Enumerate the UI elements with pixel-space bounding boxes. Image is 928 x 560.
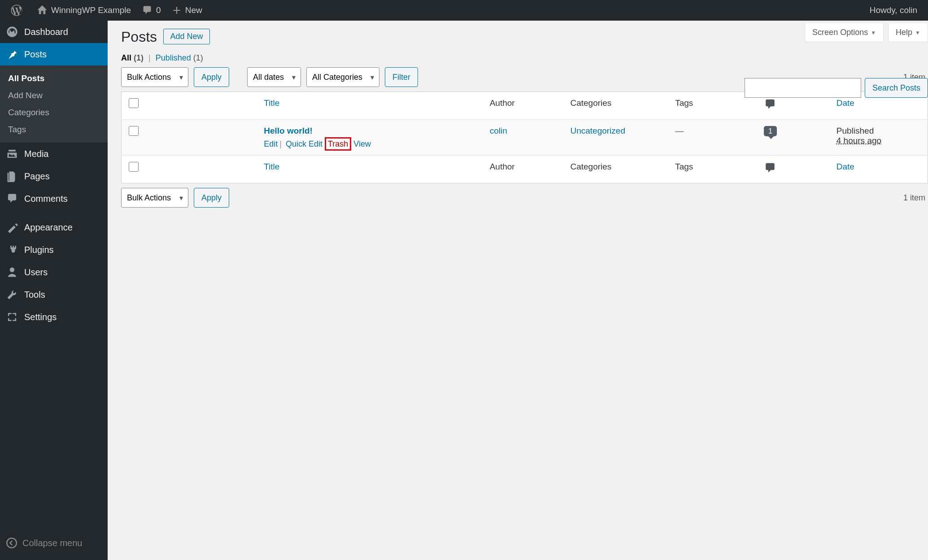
col-comments-foot[interactable]	[758, 156, 831, 183]
wordpress-icon	[11, 4, 22, 16]
author-link[interactable]: colin	[490, 126, 507, 135]
tags-cell: —	[670, 120, 758, 156]
col-author[interactable]: Author	[484, 92, 565, 120]
quick-edit-link[interactable]: Quick Edit	[286, 139, 322, 148]
date-cell: Published 4 hours ago	[831, 120, 928, 156]
search-box: Search Posts	[745, 78, 928, 98]
sidebar-item-media[interactable]: Media	[0, 143, 108, 165]
admin-bar: WinningWP Example 0 New Howdy, colin	[0, 0, 928, 21]
page-title: Posts	[121, 29, 157, 45]
edit-link[interactable]: Edit	[264, 139, 278, 148]
apply-bulk-button-bottom[interactable]: Apply	[194, 188, 229, 208]
submenu-tags[interactable]: Tags	[0, 121, 108, 138]
col-author-foot[interactable]: Author	[484, 156, 565, 183]
sidebar-item-dashboard[interactable]: Dashboard	[0, 21, 108, 43]
sidebar-item-posts[interactable]: Posts	[0, 43, 108, 65]
apply-bulk-button[interactable]: Apply	[194, 67, 229, 87]
new-label: New	[185, 5, 202, 15]
filter-button[interactable]: Filter	[385, 67, 418, 87]
comment-icon	[142, 5, 152, 16]
sidebar-item-comments[interactable]: Comments	[0, 187, 108, 210]
filter-published[interactable]: Published (1)	[156, 53, 203, 62]
col-title[interactable]: Title	[258, 92, 484, 120]
site-name: WinningWP Example	[51, 5, 131, 15]
admin-sidebar: Dashboard Posts All Posts Add New Catego…	[0, 21, 108, 212]
col-date-foot[interactable]: Date	[831, 156, 928, 183]
sidebar-item-pages[interactable]: Pages	[0, 165, 108, 187]
row-actions: Edit| Quick Edit Trash View	[264, 139, 479, 149]
new-content-link[interactable]: New	[166, 0, 208, 21]
submenu-categories[interactable]: Categories	[0, 104, 108, 121]
comments-icon	[6, 193, 18, 204]
tablenav-bottom: Bulk Actions Apply 1 item	[121, 188, 928, 208]
dates-filter-select[interactable]: All dates	[247, 67, 301, 87]
comment-icon	[764, 162, 776, 174]
select-all-checkbox-foot[interactable]	[129, 162, 139, 172]
bulk-actions-select-bottom[interactable]: Bulk Actions	[121, 188, 188, 208]
col-categories-foot[interactable]: Categories	[565, 156, 670, 183]
col-tags-foot[interactable]: Tags	[670, 156, 758, 183]
media-icon	[6, 148, 18, 160]
item-count-bottom: 1 item	[903, 193, 928, 203]
plus-icon	[172, 5, 182, 15]
wp-logo[interactable]	[5, 0, 31, 21]
site-name-link[interactable]: WinningWP Example	[31, 0, 136, 21]
category-link[interactable]: Uncategorized	[570, 126, 625, 135]
row-checkbox[interactable]	[129, 126, 139, 136]
comment-icon	[764, 98, 776, 111]
trash-link[interactable]: Trash	[325, 137, 351, 151]
home-icon	[37, 5, 48, 16]
howdy-text: Howdy, colin	[870, 5, 917, 15]
col-categories[interactable]: Categories	[565, 92, 670, 120]
comment-count[interactable]: 1	[764, 126, 777, 136]
search-input[interactable]	[745, 78, 861, 98]
add-new-button[interactable]: Add New	[163, 29, 209, 44]
categories-filter-select[interactable]: All Categories	[306, 67, 379, 87]
comments-link[interactable]: 0	[136, 0, 166, 21]
comments-count: 0	[156, 5, 161, 15]
search-posts-button[interactable]: Search Posts	[865, 78, 928, 98]
bulk-actions-select[interactable]: Bulk Actions	[121, 67, 188, 87]
pages-icon	[6, 170, 18, 182]
submenu-add-new[interactable]: Add New	[0, 87, 108, 104]
filter-all[interactable]: All (1)	[121, 53, 144, 62]
post-title-link[interactable]: Hello world!	[264, 126, 313, 135]
pin-icon	[6, 48, 18, 60]
posts-submenu: All Posts Add New Categories Tags	[0, 65, 108, 143]
posts-table: Title Author Categories Tags Date Hello …	[121, 91, 928, 183]
dashboard-icon	[6, 26, 18, 38]
table-row: Hello world! Edit| Quick Edit Trash View…	[122, 120, 928, 156]
view-link[interactable]: View	[353, 139, 371, 148]
col-title-foot[interactable]: Title	[258, 156, 484, 183]
status-filter-links: All (1) | Published (1)	[121, 53, 928, 63]
submenu-all-posts[interactable]: All Posts	[0, 70, 108, 87]
howdy-link[interactable]: Howdy, colin	[864, 0, 923, 21]
select-all-checkbox[interactable]	[129, 98, 139, 108]
